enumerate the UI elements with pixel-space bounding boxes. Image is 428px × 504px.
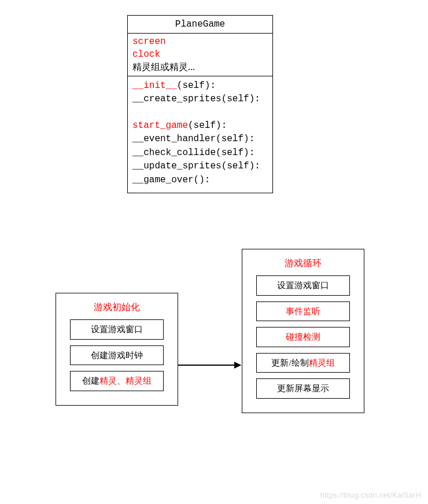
flow-area: 游戏初始化 设置游戏窗口创建游戏时钟创建精灵、精灵组 游戏循环 设置游戏窗口事件… <box>0 249 428 492</box>
flow-left-card: 游戏初始化 设置游戏窗口创建游戏时钟创建精灵、精灵组 <box>56 293 178 406</box>
flow-item: 更新屏幕显示 <box>256 378 350 399</box>
uml-attributes-section: screenclock精灵组或精灵... <box>128 34 272 76</box>
uml-method: __event_handler(self): <box>132 132 268 146</box>
uml-attribute: 精灵组或精灵... <box>132 61 268 73</box>
flow-item: 设置游戏窗口 <box>256 275 350 296</box>
uml-attribute: screen <box>132 36 268 49</box>
flow-right-title: 游戏循环 <box>242 257 364 270</box>
flow-item: 创建精灵、精灵组 <box>70 371 164 391</box>
uml-class-box: PlaneGame screenclock精灵组或精灵... __init__(… <box>127 15 273 193</box>
uml-method: __update_sprites(self): <box>132 159 268 173</box>
uml-method: __create_sprites(self): <box>132 92 268 106</box>
uml-method: __check_collide(self): <box>132 146 268 160</box>
flow-left-items: 设置游戏窗口创建游戏时钟创建精灵、精灵组 <box>56 319 178 391</box>
uml-method: __game_over(): <box>132 173 268 187</box>
flow-item: 更新/绘制精灵组 <box>256 353 350 373</box>
uml-attribute: clock <box>132 49 268 61</box>
uml-method <box>132 106 268 119</box>
flow-item: 设置游戏窗口 <box>70 319 164 340</box>
flow-item: 创建游戏时钟 <box>70 345 164 366</box>
flow-right-card: 游戏循环 设置游戏窗口事件监听碰撞检测更新/绘制精灵组更新屏幕显示 <box>242 249 364 413</box>
uml-methods-section: __init__(self):__create_sprites(self): s… <box>128 76 272 193</box>
watermark-text: https://blog.csdn.net/KaiSarH <box>320 491 421 499</box>
flow-left-title: 游戏初始化 <box>56 301 178 314</box>
flow-item: 碰撞检测 <box>256 327 350 347</box>
uml-title: PlaneGame <box>128 16 272 34</box>
flow-right-items: 设置游戏窗口事件监听碰撞检测更新/绘制精灵组更新屏幕显示 <box>242 275 364 399</box>
uml-method: __init__(self): <box>132 79 268 93</box>
uml-method: start_game(self): <box>132 119 268 133</box>
arrow-icon <box>178 365 241 366</box>
flow-item: 事件监听 <box>256 301 350 322</box>
